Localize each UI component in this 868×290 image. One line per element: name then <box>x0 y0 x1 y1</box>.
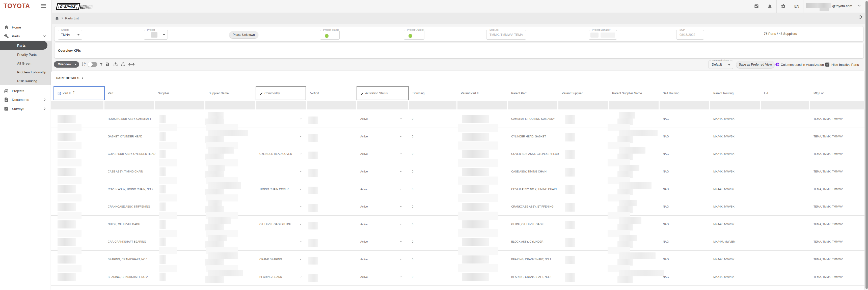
language-selector[interactable]: EN <box>794 4 799 8</box>
column-header-parent-part[interactable]: Parent Part <box>507 86 558 100</box>
column-filter-cell[interactable] <box>206 101 255 109</box>
sort-icon[interactable]: AZ <box>81 62 87 67</box>
activation-dropdown[interactable] <box>399 188 402 190</box>
commodity-dropdown[interactable] <box>299 153 302 155</box>
table-row[interactable]: HOUSING SUB-ASSY, CAMSHAFTActive0CAMSHAF… <box>51 110 865 128</box>
activation-dropdown[interactable] <box>399 135 402 138</box>
table-row[interactable]: BEARING, CRANKSHAFT, NO.2BEARING CRANKAc… <box>51 268 865 286</box>
column-header-activation-status[interactable]: Activation Status <box>356 86 409 100</box>
column-header-part[interactable]: Part <box>104 86 154 100</box>
user-email[interactable]: @toyota.com <box>832 4 852 8</box>
table-row[interactable]: COVER SUB-ASSY, CYLINDER HEADCYLINDER HE… <box>51 145 865 163</box>
part-details-expand-icon[interactable] <box>81 76 85 80</box>
sidebar-item-priority-parts[interactable]: Priority Parts <box>0 50 52 59</box>
table-row[interactable]: GUIDE, OIL LEVEL GAGEOIL LEVEL GAGE GUID… <box>51 216 865 233</box>
notifications-bell-icon[interactable] <box>767 4 772 9</box>
tasks-checkbox-icon[interactable] <box>754 4 759 9</box>
column-filter-cell[interactable] <box>609 101 658 109</box>
redacted-project-manager <box>590 33 598 38</box>
sidebar-item-surveys[interactable]: Surveys <box>0 104 52 113</box>
redacted-part-number <box>58 168 76 176</box>
column-filter-cell[interactable] <box>810 101 864 109</box>
scrollbar-thumb[interactable] <box>866 1 868 289</box>
column-header-sourcing[interactable]: Sourcing <box>409 86 457 100</box>
settings-gear-icon[interactable] <box>781 4 786 9</box>
hamburger-menu-icon[interactable] <box>41 4 46 8</box>
sidebar-item-parts[interactable]: Parts <box>0 41 52 50</box>
commodity-dropdown[interactable] <box>299 276 302 278</box>
sidebar-item-all-green[interactable]: All Green <box>0 59 52 68</box>
download-icon[interactable] <box>113 62 118 67</box>
column-filter-cell[interactable] <box>659 101 709 109</box>
column-filter-cell[interactable] <box>710 101 760 109</box>
column-header-supplier[interactable]: Supplier <box>154 86 205 100</box>
activation-dropdown[interactable] <box>399 240 402 243</box>
vertical-scrollbar[interactable] <box>865 0 868 290</box>
column-header-self-routing[interactable]: Self Routing <box>659 86 710 100</box>
column-filter-cell[interactable] <box>409 101 457 109</box>
activation-dropdown[interactable] <box>399 258 402 261</box>
refresh-icon[interactable] <box>858 14 863 20</box>
sidebar-item-projects[interactable]: Projects <box>0 86 52 95</box>
column-header-supplier-name[interactable]: Supplier Name <box>205 86 256 100</box>
affiliate-select[interactable]: Affiliate TMNA <box>58 30 82 40</box>
table-row[interactable]: BEARING, CRANKSHAFT, NO.1CRANK BEARINGAc… <box>51 251 865 268</box>
activation-dropdown[interactable] <box>399 223 402 225</box>
commodity-dropdown[interactable] <box>299 223 302 225</box>
activation-dropdown[interactable] <box>399 170 402 173</box>
column-width-icon[interactable] <box>128 62 135 66</box>
project-select[interactable]: Project <box>144 30 168 40</box>
activation-dropdown[interactable] <box>399 276 402 278</box>
activation-dropdown[interactable] <box>399 118 402 120</box>
phase-unknown-button[interactable]: Phase Unknown <box>229 31 258 38</box>
breadcrumb-home-icon[interactable] <box>55 16 59 21</box>
activation-dropdown[interactable] <box>399 205 402 208</box>
column-filter-cell[interactable] <box>761 101 809 109</box>
overview-view-button[interactable]: Overview <box>54 61 79 68</box>
column-header-commodity[interactable]: Commodity <box>256 86 306 100</box>
column-header-part-number[interactable]: Part # ↑ <box>54 86 105 100</box>
table-row[interactable]: CAP, CRANKSHAFT BEARINGActive0BLOCK ASSY… <box>51 233 865 251</box>
column-filter-cell[interactable] <box>357 101 408 109</box>
filter-icon[interactable] <box>99 62 103 66</box>
activation-dropdown[interactable] <box>399 153 402 155</box>
hide-inactive-checkbox[interactable] <box>825 63 829 67</box>
column-filter-cell[interactable] <box>256 101 306 109</box>
commodity-dropdown[interactable] <box>299 240 302 243</box>
sidebar-item-problem-follow-up[interactable]: Problem Follow-Up <box>0 68 52 76</box>
visualization-toggle[interactable] <box>88 62 97 67</box>
column-filter-cell[interactable] <box>307 101 356 109</box>
table-row[interactable]: CASE ASSY, TIMING CHAINActive0CASE ASSY,… <box>51 163 865 181</box>
sidebar-item-documents[interactable]: Documents <box>0 95 52 104</box>
column-filter-cell[interactable] <box>508 101 557 109</box>
sidebar-item-home[interactable]: Home <box>0 23 52 32</box>
commodity-dropdown[interactable] <box>299 118 302 120</box>
column-filter-cell[interactable] <box>51 101 103 109</box>
column-filter-cell[interactable] <box>155 101 205 109</box>
user-menu-chevron-icon[interactable] <box>857 3 862 8</box>
column-filter-cell[interactable] <box>104 101 154 109</box>
column-header-parent-supplier-name[interactable]: Parent Supplier Name <box>608 86 659 100</box>
preferred-filters-select[interactable]: Preferred Filters Default <box>709 61 733 69</box>
column-header-5-digit[interactable]: 5-Digit <box>306 86 356 100</box>
column-header-lvl[interactable]: Lvl <box>760 86 810 100</box>
upload-icon[interactable] <box>121 62 126 67</box>
sidebar-item-risk-ranking[interactable]: Risk Ranking <box>0 76 52 85</box>
column-header-parent-part-[interactable]: Parent Part # <box>457 86 507 100</box>
save-preferred-view-button[interactable]: Save as Preferred View <box>736 61 774 68</box>
column-header-parent-routing[interactable]: Parent Routing <box>710 86 760 100</box>
save-icon[interactable] <box>105 62 110 66</box>
commodity-dropdown[interactable] <box>299 205 302 208</box>
commodity-dropdown[interactable] <box>299 258 302 261</box>
column-header-parent-supplier[interactable]: Parent Supplier <box>558 86 608 100</box>
commodity-dropdown[interactable] <box>299 135 302 138</box>
commodity-dropdown[interactable] <box>299 170 302 173</box>
column-filter-cell[interactable] <box>458 101 507 109</box>
table-row[interactable]: COVER ASSY, TIMING CHAIN, NO.2TIMING CHA… <box>51 180 865 198</box>
table-row[interactable]: GASKET, CYLINDER HEADActive0CYLINDER HEA… <box>51 128 865 146</box>
table-row[interactable]: CRANKCASE ASSY, STIFFENINGActive0CRANKCA… <box>51 198 865 216</box>
sidebar-item-parts[interactable]: Parts <box>0 32 52 40</box>
column-header-mfg-loc[interactable]: Mfg Loc <box>810 86 864 100</box>
column-filter-cell[interactable] <box>558 101 608 109</box>
commodity-dropdown[interactable] <box>299 188 302 190</box>
